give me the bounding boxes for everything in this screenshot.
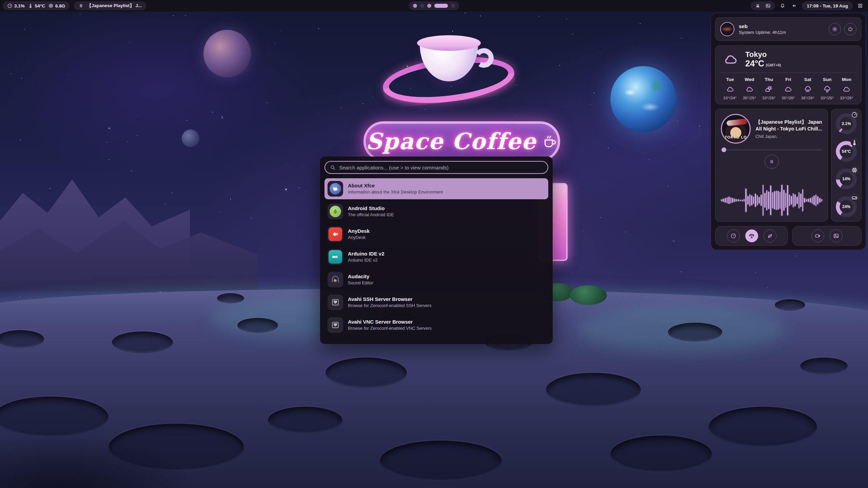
workspace-dot-2[interactable] bbox=[420, 4, 424, 8]
pause-icon bbox=[78, 3, 84, 8]
search-bar[interactable] bbox=[324, 161, 548, 174]
storm-icon bbox=[823, 85, 832, 93]
app-row-anydesk[interactable]: AnyDesk AnyDesk bbox=[324, 224, 548, 245]
forecast-day-label: Thu bbox=[765, 77, 773, 82]
app-row-android-studio[interactable]: Android Studio The official Android IDE bbox=[324, 201, 548, 222]
disk-icon bbox=[851, 194, 858, 202]
track-subtitle: Chill Japan. bbox=[755, 134, 822, 139]
workspace-dot-5[interactable] bbox=[451, 4, 455, 8]
track-title: 【Japanese Playlist】 Japan All Night - To… bbox=[755, 119, 822, 133]
workspace-switcher[interactable] bbox=[409, 1, 459, 10]
app-row-avahi-ssh-server-browser[interactable]: Avahi SSH Server Browser Browse for Zero… bbox=[324, 292, 548, 313]
rain-icon bbox=[803, 85, 812, 93]
volume-button[interactable] bbox=[790, 1, 799, 10]
leaf-icon bbox=[767, 233, 773, 239]
top-panel: 3.1% 54°C 6.8G 【Japanese Playlist】 J... … bbox=[0, 0, 868, 12]
sun-cloud-icon bbox=[764, 85, 773, 93]
speedometer-quick-button[interactable] bbox=[727, 229, 740, 242]
clock[interactable]: 17:09 - Tue, 19 Aug bbox=[802, 1, 853, 10]
app-launcher-panel: About Xfce Information about the Xfce De… bbox=[320, 157, 553, 344]
settings-button[interactable] bbox=[829, 23, 841, 35]
app-description: AnyDesk bbox=[348, 235, 370, 241]
app-row-about-xfce[interactable]: About Xfce Information about the Xfce De… bbox=[324, 178, 548, 199]
search-input[interactable] bbox=[339, 165, 543, 170]
media-player-card: TOKYO LO 【Japanese Playlist】 Japan All N… bbox=[715, 109, 828, 222]
app-name: Audacity bbox=[348, 273, 373, 280]
audio-visualizer bbox=[721, 184, 822, 217]
workspace-dot-4[interactable] bbox=[434, 4, 448, 8]
app-description: Browse for Zeroconf-enabled SSH Servers bbox=[348, 303, 431, 309]
image-icon bbox=[833, 233, 839, 239]
power-button[interactable] bbox=[844, 23, 856, 35]
quick-actions-left bbox=[715, 226, 788, 246]
runcat-icon bbox=[755, 3, 761, 8]
app-row-audacity[interactable]: Audacity Sound Editor bbox=[324, 269, 548, 290]
leaf-quick-button[interactable] bbox=[764, 229, 776, 242]
forecast-temps: 35°/25° bbox=[743, 96, 756, 100]
pause-icon bbox=[769, 159, 774, 164]
forecast-day-wed: Wed 35°/25° bbox=[740, 77, 758, 100]
shop-bush-2 bbox=[570, 285, 607, 305]
album-art[interactable]: TOKYO LO bbox=[721, 114, 751, 144]
speedometer-icon bbox=[851, 111, 858, 119]
search-icon bbox=[330, 165, 336, 170]
image-quick-button[interactable] bbox=[830, 229, 843, 242]
foreground-shadow bbox=[0, 393, 305, 488]
album-art-caption: TOKYO LO bbox=[722, 135, 750, 139]
forecast-day-label: Fri bbox=[785, 77, 791, 82]
thermometer-icon bbox=[28, 3, 33, 8]
forecast-day-thu: Thu 33°/26° bbox=[760, 77, 778, 100]
gauge-disk: 24% bbox=[836, 196, 857, 217]
xfce-app-icon bbox=[328, 181, 343, 197]
app-description: Arduino IDE v2 bbox=[348, 258, 384, 263]
app-name: Arduino IDE v2 bbox=[348, 250, 384, 257]
workspace-dot-3[interactable] bbox=[427, 4, 431, 8]
forecast-day-label: Mon bbox=[842, 77, 851, 82]
system-gauges-card: 3.1% 54°C 14% 24% bbox=[831, 109, 862, 222]
app-row-avahi-vnc-server-browser[interactable]: Avahi VNC Server Browser Browse for Zero… bbox=[324, 314, 548, 336]
notifications-button[interactable] bbox=[778, 1, 787, 10]
app-row-arduino-ide-v2[interactable]: Arduino IDE v2 Arduino IDE v2 bbox=[324, 246, 548, 267]
weekly-forecast: Tue 33°/24°Wed 35°/25°Thu 33°/26°Fri 35°… bbox=[721, 77, 856, 100]
forecast-day-fri: Fri 35°/26° bbox=[779, 77, 797, 100]
tray-pill[interactable] bbox=[751, 1, 775, 10]
cloud-icon bbox=[726, 85, 735, 93]
chip-icon bbox=[48, 3, 54, 8]
quick-actions-right bbox=[792, 226, 862, 246]
app-description: Sound Editor bbox=[348, 280, 373, 286]
pause-button[interactable] bbox=[765, 155, 779, 169]
app-description: Information about the Xfce Desktop Envir… bbox=[348, 189, 443, 195]
gauge-chip: 14% bbox=[836, 168, 857, 189]
weather-city: Tokyo bbox=[745, 50, 781, 59]
cpu-usage-stat: 3.1% bbox=[7, 3, 25, 8]
widgets-sidebar: seb System Uptime: 4h11m Tokyo 24°C(GMT+… bbox=[711, 13, 866, 250]
app-grid-button[interactable] bbox=[856, 1, 865, 10]
speaker-icon bbox=[792, 3, 797, 8]
app-name: Avahi SSH Server Browser bbox=[348, 296, 431, 303]
weather-card: Tokyo 24°C(GMT+9) Tue 33°/24°Wed 35°/25°… bbox=[715, 45, 862, 104]
app-name: Avahi VNC Server Browser bbox=[348, 319, 432, 325]
divider bbox=[721, 73, 856, 73]
scales-quick-button[interactable] bbox=[745, 229, 758, 242]
forecast-day-label: Tue bbox=[726, 77, 734, 82]
audacity-app-icon bbox=[328, 272, 343, 287]
forecast-temps: 33°/24° bbox=[723, 96, 736, 100]
progress-bar[interactable] bbox=[721, 149, 822, 150]
thermometer-icon bbox=[851, 139, 858, 146]
avatar[interactable] bbox=[720, 22, 734, 36]
weather-temp: 24°C bbox=[745, 59, 764, 68]
arduino-app-icon bbox=[328, 249, 343, 265]
video-quick-button[interactable] bbox=[811, 229, 824, 242]
forecast-temps: 33°/26° bbox=[762, 96, 775, 100]
forecast-temps: 33°/26° bbox=[821, 96, 834, 100]
app-results-list: About Xfce Information about the Xfce De… bbox=[324, 178, 548, 336]
video-icon bbox=[815, 233, 821, 239]
now-playing-pill[interactable]: 【Japanese Playlist】 J... bbox=[74, 1, 146, 10]
workspace-dot-1[interactable] bbox=[413, 4, 417, 8]
temperature-stat: 54°C bbox=[28, 3, 45, 8]
forecast-temps: 36°/26° bbox=[801, 96, 814, 100]
system-stats-pill[interactable]: 3.1% 54°C 6.8G bbox=[3, 1, 70, 10]
forecast-day-label: Sat bbox=[804, 77, 811, 82]
progress-handle[interactable] bbox=[722, 147, 726, 152]
grid-icon bbox=[857, 3, 863, 8]
